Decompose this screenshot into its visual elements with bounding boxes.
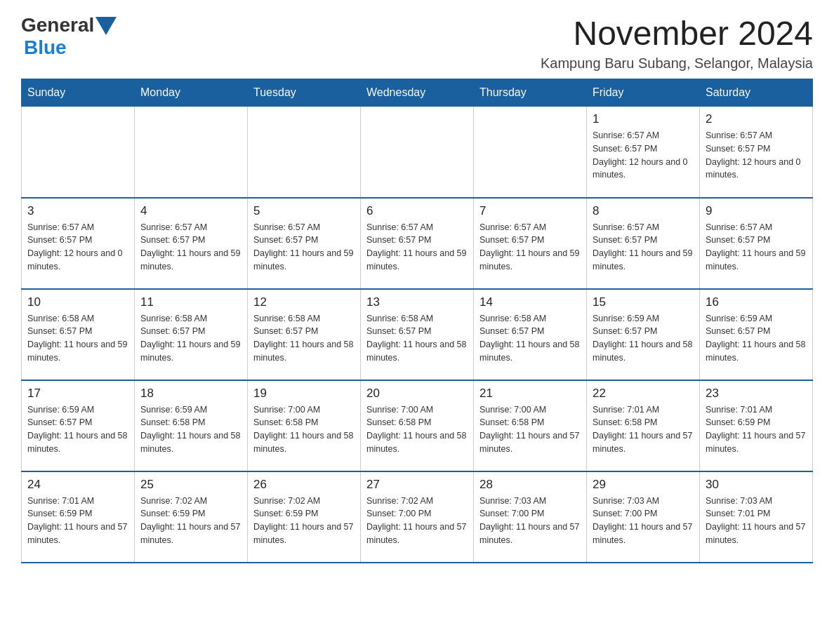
day-number: 7 (479, 204, 581, 218)
weekday-header-sunday: Sunday (22, 79, 135, 107)
weekday-header-monday: Monday (135, 79, 248, 107)
calendar-cell (361, 107, 474, 198)
weekday-header-friday: Friday (587, 79, 700, 107)
day-number: 6 (366, 204, 468, 218)
day-info: Sunrise: 6:58 AM Sunset: 6:57 PM Dayligh… (366, 312, 468, 365)
week-row-5: 24Sunrise: 7:01 AM Sunset: 6:59 PM Dayli… (22, 471, 813, 563)
day-info: Sunrise: 7:00 AM Sunset: 6:58 PM Dayligh… (479, 403, 581, 456)
day-number: 2 (706, 112, 807, 126)
day-number: 27 (366, 478, 468, 492)
calendar-cell: 25Sunrise: 7:02 AM Sunset: 6:59 PM Dayli… (135, 471, 248, 563)
day-number: 3 (27, 204, 128, 218)
calendar-cell: 12Sunrise: 6:58 AM Sunset: 6:57 PM Dayli… (248, 289, 361, 380)
calendar-cell: 14Sunrise: 6:58 AM Sunset: 6:57 PM Dayli… (474, 289, 587, 380)
day-number: 25 (140, 478, 241, 492)
svg-marker-0 (95, 17, 117, 35)
day-info: Sunrise: 6:57 AM Sunset: 6:57 PM Dayligh… (593, 129, 694, 182)
calendar-cell: 6Sunrise: 6:57 AM Sunset: 6:57 PM Daylig… (361, 198, 474, 289)
calendar-cell: 26Sunrise: 7:02 AM Sunset: 6:59 PM Dayli… (248, 471, 361, 563)
day-number: 8 (593, 204, 694, 218)
day-info: Sunrise: 6:59 AM Sunset: 6:57 PM Dayligh… (593, 312, 694, 365)
day-number: 10 (27, 295, 128, 309)
weekday-header-row: SundayMondayTuesdayWednesdayThursdayFrid… (22, 79, 813, 107)
day-number: 15 (593, 295, 694, 309)
day-info: Sunrise: 7:03 AM Sunset: 7:00 PM Dayligh… (593, 495, 694, 547)
day-number: 20 (366, 387, 468, 401)
day-info: Sunrise: 7:01 AM Sunset: 6:59 PM Dayligh… (27, 495, 128, 547)
calendar-cell: 27Sunrise: 7:02 AM Sunset: 7:00 PM Dayli… (361, 471, 474, 563)
day-number: 9 (706, 204, 807, 218)
weekday-header-thursday: Thursday (474, 79, 587, 107)
day-number: 24 (27, 478, 128, 492)
calendar-cell: 21Sunrise: 7:00 AM Sunset: 6:58 PM Dayli… (474, 380, 587, 471)
calendar-cell (22, 107, 135, 198)
calendar-cell: 18Sunrise: 6:59 AM Sunset: 6:58 PM Dayli… (135, 380, 248, 471)
day-info: Sunrise: 6:58 AM Sunset: 6:57 PM Dayligh… (140, 312, 241, 365)
calendar-cell: 9Sunrise: 6:57 AM Sunset: 6:57 PM Daylig… (700, 198, 813, 289)
day-number: 22 (593, 387, 694, 401)
day-info: Sunrise: 7:02 AM Sunset: 6:59 PM Dayligh… (140, 495, 241, 547)
day-info: Sunrise: 6:57 AM Sunset: 6:57 PM Dayligh… (479, 221, 581, 274)
day-number: 29 (593, 478, 694, 492)
calendar-cell: 1Sunrise: 6:57 AM Sunset: 6:57 PM Daylig… (587, 107, 700, 198)
day-number: 11 (140, 295, 241, 309)
logo-general-text: General (21, 14, 117, 36)
calendar-cell: 7Sunrise: 6:57 AM Sunset: 6:57 PM Daylig… (474, 198, 587, 289)
calendar-cell (135, 107, 248, 198)
day-number: 1 (593, 112, 694, 126)
day-number: 12 (253, 295, 355, 309)
calendar-cell: 2Sunrise: 6:57 AM Sunset: 6:57 PM Daylig… (700, 107, 813, 198)
logo-blue-text: Blue (24, 36, 67, 58)
day-number: 28 (479, 478, 581, 492)
week-row-1: 1Sunrise: 6:57 AM Sunset: 6:57 PM Daylig… (22, 107, 813, 198)
day-number: 19 (253, 387, 355, 401)
calendar-cell: 20Sunrise: 7:00 AM Sunset: 6:58 PM Dayli… (361, 380, 474, 471)
day-info: Sunrise: 6:57 AM Sunset: 6:57 PM Dayligh… (253, 221, 355, 274)
day-info: Sunrise: 7:00 AM Sunset: 6:58 PM Dayligh… (253, 403, 355, 456)
day-info: Sunrise: 6:57 AM Sunset: 6:57 PM Dayligh… (366, 221, 468, 274)
page-header: General Blue November 2024 Kampung Baru … (21, 14, 813, 72)
day-info: Sunrise: 7:00 AM Sunset: 6:58 PM Dayligh… (366, 403, 468, 456)
calendar-cell: 3Sunrise: 6:57 AM Sunset: 6:57 PM Daylig… (22, 198, 135, 289)
month-title: November 2024 (541, 14, 813, 53)
calendar-cell: 24Sunrise: 7:01 AM Sunset: 6:59 PM Dayli… (22, 471, 135, 563)
calendar-cell: 23Sunrise: 7:01 AM Sunset: 6:59 PM Dayli… (700, 380, 813, 471)
day-number: 26 (253, 478, 355, 492)
calendar-cell: 13Sunrise: 6:58 AM Sunset: 6:57 PM Dayli… (361, 289, 474, 380)
calendar-cell: 16Sunrise: 6:59 AM Sunset: 6:57 PM Dayli… (700, 289, 813, 380)
location-text: Kampung Baru Subang, Selangor, Malaysia (541, 55, 813, 72)
calendar-cell: 11Sunrise: 6:58 AM Sunset: 6:57 PM Dayli… (135, 289, 248, 380)
week-row-4: 17Sunrise: 6:59 AM Sunset: 6:57 PM Dayli… (22, 380, 813, 471)
day-info: Sunrise: 6:58 AM Sunset: 6:57 PM Dayligh… (253, 312, 355, 365)
calendar-cell (248, 107, 361, 198)
week-row-3: 10Sunrise: 6:58 AM Sunset: 6:57 PM Dayli… (22, 289, 813, 380)
day-info: Sunrise: 6:59 AM Sunset: 6:57 PM Dayligh… (706, 312, 807, 365)
calendar-cell: 10Sunrise: 6:58 AM Sunset: 6:57 PM Dayli… (22, 289, 135, 380)
calendar-cell: 19Sunrise: 7:00 AM Sunset: 6:58 PM Dayli… (248, 380, 361, 471)
calendar-cell: 17Sunrise: 6:59 AM Sunset: 6:57 PM Dayli… (22, 380, 135, 471)
calendar-table: SundayMondayTuesdayWednesdayThursdayFrid… (21, 79, 813, 563)
day-info: Sunrise: 6:57 AM Sunset: 6:57 PM Dayligh… (706, 221, 807, 274)
calendar-cell: 30Sunrise: 7:03 AM Sunset: 7:01 PM Dayli… (700, 471, 813, 563)
day-number: 5 (253, 204, 355, 218)
weekday-header-tuesday: Tuesday (248, 79, 361, 107)
calendar-cell: 5Sunrise: 6:57 AM Sunset: 6:57 PM Daylig… (248, 198, 361, 289)
day-info: Sunrise: 6:57 AM Sunset: 6:57 PM Dayligh… (593, 221, 694, 274)
day-number: 16 (706, 295, 807, 309)
weekday-header-saturday: Saturday (700, 79, 813, 107)
day-info: Sunrise: 7:03 AM Sunset: 7:00 PM Dayligh… (479, 495, 581, 547)
day-info: Sunrise: 6:57 AM Sunset: 6:57 PM Dayligh… (27, 221, 128, 274)
day-info: Sunrise: 7:02 AM Sunset: 6:59 PM Dayligh… (253, 495, 355, 547)
day-info: Sunrise: 6:58 AM Sunset: 6:57 PM Dayligh… (27, 312, 128, 365)
day-info: Sunrise: 6:57 AM Sunset: 6:57 PM Dayligh… (140, 221, 241, 274)
calendar-cell: 8Sunrise: 6:57 AM Sunset: 6:57 PM Daylig… (587, 198, 700, 289)
week-row-2: 3Sunrise: 6:57 AM Sunset: 6:57 PM Daylig… (22, 198, 813, 289)
day-info: Sunrise: 7:01 AM Sunset: 6:59 PM Dayligh… (706, 403, 807, 456)
day-number: 23 (706, 387, 807, 401)
day-info: Sunrise: 6:59 AM Sunset: 6:58 PM Dayligh… (140, 403, 241, 456)
day-number: 30 (706, 478, 807, 492)
day-info: Sunrise: 7:03 AM Sunset: 7:01 PM Dayligh… (706, 495, 807, 547)
calendar-cell: 22Sunrise: 7:01 AM Sunset: 6:58 PM Dayli… (587, 380, 700, 471)
title-section: November 2024 Kampung Baru Subang, Selan… (541, 14, 813, 72)
day-info: Sunrise: 6:58 AM Sunset: 6:57 PM Dayligh… (479, 312, 581, 365)
